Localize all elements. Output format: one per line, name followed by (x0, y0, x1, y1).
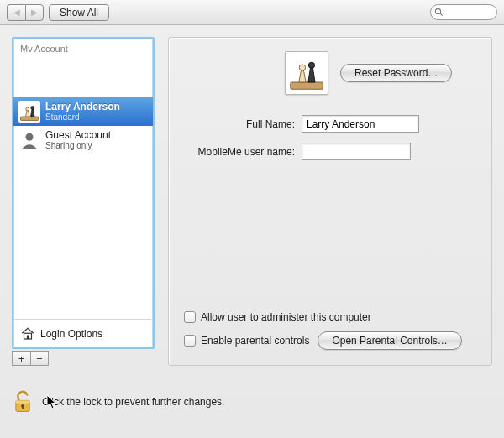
account-picture[interactable] (285, 51, 328, 95)
login-options-label: Login Options (40, 328, 102, 340)
svg-point-3 (26, 107, 29, 111)
svg-rect-12 (16, 400, 29, 403)
admin-checkbox-row[interactable]: Allow user to administer this computer (184, 311, 476, 323)
accounts-sidebar: Mv Account Larry Anderson (12, 37, 155, 349)
svg-rect-14 (22, 407, 24, 409)
sidebar-item-guest-account[interactable]: Guest Account Sharing only (13, 126, 153, 154)
sidebar-item-label: Guest Account (45, 130, 111, 141)
svg-point-9 (299, 65, 305, 70)
sidebar-header: Mv Account (13, 39, 153, 55)
search-field-wrap[interactable] (430, 4, 497, 20)
parental-checkbox-label: Enable parental controls (201, 335, 309, 347)
parental-checkbox[interactable] (184, 335, 196, 347)
sidebar-item-larry-anderson[interactable]: Larry Anderson Standard (13, 97, 153, 126)
svg-line-1 (440, 13, 443, 16)
reset-password-button[interactable]: Reset Password… (340, 64, 452, 82)
svg-point-5 (26, 133, 34, 141)
search-icon (434, 8, 444, 17)
svg-rect-8 (291, 82, 323, 89)
parental-checkbox-row: Enable parental controls Open Parental C… (184, 331, 476, 350)
svg-point-10 (308, 62, 314, 68)
svg-point-0 (435, 8, 440, 13)
admin-checkbox[interactable] (184, 311, 196, 323)
silhouette-avatar-icon (18, 129, 40, 151)
add-remove-group: + − (12, 351, 155, 366)
lock-row: Click the lock to prevent further change… (12, 389, 224, 415)
sidebar-item-sublabel: Standard (45, 112, 120, 122)
show-all-button[interactable]: Show All (49, 4, 109, 21)
sidebar-item-label: Larry Anderson (45, 102, 120, 112)
svg-point-4 (31, 107, 34, 110)
nav-group: ◀ ▶ (7, 4, 44, 21)
full-name-label: Full Name: (184, 118, 295, 130)
mobileme-input[interactable] (302, 143, 411, 160)
svg-rect-2 (21, 117, 39, 121)
admin-checkbox-label: Allow user to administer this computer (201, 311, 371, 323)
svg-rect-7 (27, 335, 29, 339)
full-name-input[interactable] (302, 115, 419, 133)
content: Mv Account Larry Anderson (0, 25, 504, 438)
sidebar-item-sublabel: Sharing only (45, 141, 111, 150)
back-button[interactable]: ◀ (7, 4, 25, 21)
open-parental-controls-button[interactable]: Open Parental Controls… (318, 331, 461, 350)
account-detail-pane: Reset Password… Full Name: MobileMe user… (168, 37, 492, 366)
unlocked-lock-icon[interactable] (12, 389, 34, 415)
remove-account-button[interactable]: − (30, 351, 49, 366)
home-icon (20, 326, 35, 342)
login-options-row[interactable]: Login Options (13, 319, 153, 347)
search-input[interactable] (444, 7, 490, 18)
sidebar-wrap: Mv Account Larry Anderson (12, 37, 155, 366)
mobileme-label: MobileMe user name: (184, 146, 295, 158)
add-account-button[interactable]: + (12, 351, 30, 366)
lock-text: Click the lock to prevent further change… (42, 396, 224, 408)
chess-avatar-icon (18, 101, 40, 123)
toolbar: ◀ ▶ Show All (0, 0, 504, 25)
forward-button[interactable]: ▶ (25, 4, 44, 21)
